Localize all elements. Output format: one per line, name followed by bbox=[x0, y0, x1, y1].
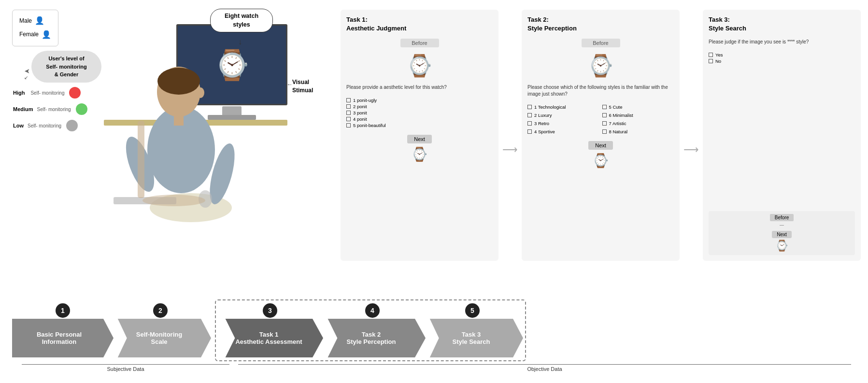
task1-subtitle: Aesthetic Judgment bbox=[346, 24, 493, 33]
step1-container: 1 Basic PersonalInformation bbox=[12, 303, 114, 357]
task2-next-btn[interactable]: Next bbox=[588, 141, 613, 150]
task3-watch-icon: ⌚ bbox=[775, 240, 788, 252]
task1-question: Please provide a aesthetic level for thi… bbox=[346, 84, 493, 91]
svg-rect-10 bbox=[138, 121, 144, 198]
svg-point-11 bbox=[142, 195, 205, 206]
task2-next-watch: ⌚ bbox=[592, 153, 609, 169]
step2-circle: 2 bbox=[153, 303, 168, 318]
high-sublabel: Self- monitoring bbox=[30, 90, 64, 96]
step3-circle: 3 bbox=[263, 303, 277, 318]
task1-next-btn[interactable]: Next bbox=[407, 135, 432, 143]
cb-tech[interactable] bbox=[527, 105, 532, 109]
cb-natural[interactable] bbox=[602, 129, 607, 134]
male-icon: 👤 bbox=[35, 14, 44, 28]
task1-before-label: Before bbox=[400, 39, 439, 47]
task1-card: Task 1: Aesthetic Judgment Before ⌚ Plea… bbox=[341, 10, 498, 261]
task3-heading: Task 3: bbox=[709, 15, 855, 24]
male-row: Male 👤 bbox=[19, 14, 51, 28]
opt-tech-label: 1 Technological bbox=[534, 104, 566, 110]
opt-retro-label: 3 Retro bbox=[534, 121, 549, 126]
arrow-1-2: ⟶ bbox=[502, 10, 518, 261]
checkbox-2[interactable] bbox=[346, 104, 351, 109]
arrow-2-3: ⟶ bbox=[683, 10, 699, 261]
step3-label: Task 1Aesthetic Assessment bbox=[235, 331, 302, 345]
task3-before-label: Before bbox=[770, 214, 794, 221]
checkbox-5[interactable] bbox=[346, 123, 351, 128]
medium-label: Medium bbox=[13, 106, 33, 112]
task1-option-4: 4 ponit bbox=[346, 116, 493, 122]
cb-no[interactable] bbox=[709, 59, 713, 63]
step2-label: Self-MonitoringScale bbox=[136, 331, 182, 345]
cb-luxury[interactable] bbox=[527, 113, 532, 117]
bottom-section: 1 Basic PersonalInformation 2 Self-Monit… bbox=[7, 261, 861, 372]
step5-label: Task 3Style Search bbox=[452, 331, 490, 345]
subjective-label-text: Subjective Data bbox=[107, 366, 144, 372]
task2-opt-6: 6 Minimalist bbox=[602, 113, 674, 118]
checkbox-3[interactable] bbox=[346, 111, 351, 115]
female-icon: 👤 bbox=[42, 28, 51, 42]
step1-circle: 1 bbox=[56, 303, 70, 318]
task2-opt-3: 3 Retro bbox=[527, 121, 599, 126]
option-3-label: 3 ponit bbox=[353, 110, 367, 115]
person-illustration bbox=[75, 24, 258, 237]
step1-arrow: Basic PersonalInformation bbox=[12, 319, 114, 357]
tasks-panel: Task 1: Aesthetic Judgment Before ⌚ Plea… bbox=[341, 5, 861, 261]
cb-artistic[interactable] bbox=[602, 121, 607, 126]
task2-title: Task 2: Style Perception bbox=[527, 15, 674, 33]
step1-label: Basic PersonalInformation bbox=[37, 331, 82, 345]
task1-option-5: 5 ponit-beautiful bbox=[346, 123, 493, 128]
option-5-label: 5 ponit-beautiful bbox=[353, 123, 386, 128]
cb-cute[interactable] bbox=[602, 105, 607, 109]
task2-opt-1: 1 Technological bbox=[527, 104, 599, 110]
task1-options: 1 ponit-ugly 2 ponit 3 ponit 4 ponit bbox=[346, 97, 493, 129]
cb-yes[interactable] bbox=[709, 53, 713, 57]
task2-question: Please choose which of the following sty… bbox=[527, 84, 674, 98]
step4-arrow: Task 2Style Perception bbox=[319, 319, 426, 357]
checkbox-1[interactable] bbox=[346, 98, 351, 102]
task3-next-btn[interactable]: Next bbox=[772, 231, 792, 238]
task2-options: 1 Technological 2 Luxury 3 Retro 4 bbox=[527, 103, 674, 135]
top-section: Male 👤 Female 👤 User's level of Self- mo… bbox=[7, 5, 861, 261]
opt-no-label: No bbox=[715, 58, 721, 64]
option-4-label: 4 ponit bbox=[353, 116, 367, 122]
left-panel: Male 👤 Female 👤 User's level of Self- mo… bbox=[7, 5, 336, 261]
visual-stimual-label: VisualStimual bbox=[292, 78, 313, 95]
arrow-down-monitor: ↙ bbox=[24, 75, 28, 80]
task3-question: Please judge if the image you see is ***… bbox=[709, 39, 855, 45]
female-row: Female 👤 bbox=[19, 28, 51, 42]
objective-label-text: Objective Data bbox=[527, 366, 562, 372]
task1-next-watch: ⌚ bbox=[411, 146, 428, 162]
data-labels-row: Subjective Data Objective Data bbox=[7, 364, 861, 372]
svg-point-3 bbox=[157, 68, 200, 95]
opt-sportive-label: 4 Sportive bbox=[534, 129, 555, 134]
cb-minimalist[interactable] bbox=[602, 113, 607, 117]
visual-stimual-arrow: ← bbox=[286, 81, 293, 88]
task3-card: Task 3: Style Search Please judge if the… bbox=[703, 10, 861, 261]
svg-rect-4 bbox=[174, 115, 184, 126]
svg-point-7 bbox=[197, 87, 204, 98]
checkbox-4[interactable] bbox=[346, 117, 351, 121]
opt-minimalist-label: 6 Minimalist bbox=[609, 113, 633, 118]
flow-wrapper: 1 Basic PersonalInformation 2 Self-Monit… bbox=[7, 299, 861, 361]
cb-sportive[interactable] bbox=[527, 129, 532, 134]
task2-card: Task 2: Style Perception Before ⌚ Please… bbox=[522, 10, 680, 261]
task3-mini-before-next: Before — Next ⌚ bbox=[709, 211, 855, 255]
low-sublabel: Self- monitoring bbox=[28, 123, 61, 128]
male-label: Male bbox=[19, 16, 32, 27]
task2-opt-4: 4 Sportive bbox=[527, 129, 599, 134]
task1-option-3: 3 ponit bbox=[346, 110, 493, 115]
task3-dash: — bbox=[780, 223, 784, 227]
cb-retro[interactable] bbox=[527, 121, 532, 126]
step2-container: 2 Self-MonitoringScale bbox=[110, 303, 211, 357]
task1-heading: Task 1: bbox=[346, 15, 493, 24]
task2-opt-8: 8 Natural bbox=[602, 129, 674, 134]
step3-container: 3 Task 1Aesthetic Assessment bbox=[217, 303, 323, 357]
task1-title: Task 1: Aesthetic Judgment bbox=[346, 15, 493, 33]
objective-label: Objective Data bbox=[238, 364, 851, 372]
task3-subtitle: Style Search bbox=[709, 24, 855, 33]
task2-watch-icon: ⌚ bbox=[527, 53, 674, 78]
step3-arrow: Task 1Aesthetic Assessment bbox=[217, 319, 323, 357]
task2-bottom: Next ⌚ bbox=[527, 139, 674, 170]
option-2-label: 2 ponit bbox=[353, 104, 367, 109]
step4-label: Task 2Style Perception bbox=[347, 331, 396, 345]
